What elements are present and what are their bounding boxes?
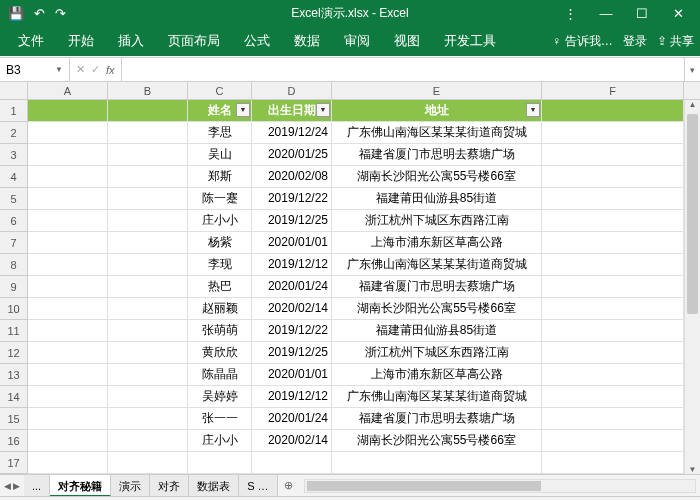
cell[interactable] — [28, 188, 108, 210]
row-header[interactable]: 9 — [0, 276, 27, 298]
share-button[interactable]: ⇪ 共享 — [657, 33, 694, 50]
col-header[interactable]: B — [108, 82, 188, 99]
col-header[interactable]: C — [188, 82, 252, 99]
vertical-scrollbar[interactable]: ▲ ▼ — [684, 100, 700, 474]
cell[interactable] — [542, 320, 684, 342]
cell-name[interactable]: 庄小小 — [188, 430, 252, 452]
cell-date[interactable]: 2019/12/22 — [252, 188, 332, 210]
cell-address[interactable]: 广东佛山南海区某某某街道商贸城 — [332, 254, 542, 276]
row-header[interactable]: 16 — [0, 430, 27, 452]
cell[interactable] — [252, 452, 332, 474]
row-header[interactable]: 13 — [0, 364, 27, 386]
cell[interactable] — [542, 232, 684, 254]
cell-date[interactable]: 2019/12/22 — [252, 320, 332, 342]
cell[interactable] — [108, 276, 188, 298]
cell-address[interactable]: 福建省厦门市思明去蔡塘广场 — [332, 408, 542, 430]
cell[interactable] — [108, 298, 188, 320]
cell[interactable] — [28, 364, 108, 386]
cell[interactable] — [108, 188, 188, 210]
cell[interactable] — [542, 100, 684, 122]
cell[interactable] — [542, 210, 684, 232]
select-all-corner[interactable] — [0, 82, 28, 100]
cell-date[interactable]: 2019/12/25 — [252, 342, 332, 364]
cell-address[interactable]: 福建莆田仙游县85街道 — [332, 188, 542, 210]
tab-review[interactable]: 审阅 — [332, 26, 382, 56]
col-header[interactable]: A — [28, 82, 108, 99]
cell[interactable] — [28, 232, 108, 254]
cell-date[interactable]: 2020/01/24 — [252, 408, 332, 430]
tab-home[interactable]: 开始 — [56, 26, 106, 56]
cell[interactable] — [542, 166, 684, 188]
filter-icon[interactable]: ▼ — [526, 103, 540, 117]
cell[interactable] — [28, 320, 108, 342]
col-header[interactable]: F — [542, 82, 684, 99]
cell-address[interactable]: 上海市浦东新区草高公路 — [332, 232, 542, 254]
cell-date[interactable]: 2020/01/01 — [252, 364, 332, 386]
cell[interactable] — [108, 144, 188, 166]
cell[interactable] — [28, 144, 108, 166]
cell[interactable] — [108, 408, 188, 430]
row-header[interactable]: 3 — [0, 144, 27, 166]
qat-undo-icon[interactable]: ↶ — [34, 6, 45, 21]
row-header[interactable]: 5 — [0, 188, 27, 210]
cell[interactable] — [108, 100, 188, 122]
cell-address[interactable]: 广东佛山南海区某某某街道商贸城 — [332, 122, 542, 144]
signin[interactable]: 登录 — [623, 33, 647, 50]
cell-address[interactable]: 湖南长沙阳光公寓55号楼66室 — [332, 166, 542, 188]
cell[interactable] — [542, 408, 684, 430]
cell[interactable] — [108, 386, 188, 408]
sheet-tab-active[interactable]: 对齐秘籍 — [50, 475, 111, 497]
cell[interactable] — [108, 342, 188, 364]
cell-name[interactable]: 吴山 — [188, 144, 252, 166]
row-header[interactable]: 6 — [0, 210, 27, 232]
cell-date[interactable]: 2020/01/01 — [252, 232, 332, 254]
row-header[interactable]: 2 — [0, 122, 27, 144]
cell[interactable] — [542, 276, 684, 298]
row-header[interactable]: 11 — [0, 320, 27, 342]
name-box[interactable]: B3 ▼ — [0, 58, 70, 81]
cell[interactable] — [28, 452, 108, 474]
cell-date[interactable]: 2020/02/14 — [252, 430, 332, 452]
cell-name[interactable]: 赵丽颖 — [188, 298, 252, 320]
cell[interactable] — [28, 122, 108, 144]
window-options-icon[interactable]: ⋮ — [552, 6, 588, 21]
cell[interactable] — [108, 452, 188, 474]
row-header[interactable]: 1 — [0, 100, 27, 122]
sheet-tab[interactable]: 演示 — [111, 475, 150, 497]
cell[interactable] — [28, 254, 108, 276]
cell[interactable] — [542, 122, 684, 144]
cell[interactable] — [542, 452, 684, 474]
sheet-nav-next-icon[interactable]: ▶ — [13, 481, 20, 491]
cell-date[interactable]: 2019/12/24 — [252, 122, 332, 144]
cell[interactable] — [542, 254, 684, 276]
formula-expand-icon[interactable]: ▾ — [684, 58, 700, 81]
cell[interactable] — [28, 430, 108, 452]
cell[interactable] — [542, 342, 684, 364]
cell-name[interactable]: 庄小小 — [188, 210, 252, 232]
cell[interactable] — [28, 386, 108, 408]
cell[interactable] — [28, 100, 108, 122]
tab-layout[interactable]: 页面布局 — [156, 26, 232, 56]
cell-address[interactable]: 湖南长沙阳光公寓55号楼66室 — [332, 430, 542, 452]
cell-date[interactable]: 2019/12/25 — [252, 210, 332, 232]
scroll-down-icon[interactable]: ▼ — [685, 465, 700, 474]
cell-name[interactable]: 热巴 — [188, 276, 252, 298]
row-header[interactable]: 12 — [0, 342, 27, 364]
cell[interactable] — [108, 320, 188, 342]
cell[interactable] — [332, 452, 542, 474]
cell[interactable] — [28, 166, 108, 188]
cell-name[interactable]: 杨紫 — [188, 232, 252, 254]
cell[interactable] — [542, 430, 684, 452]
scroll-up-icon[interactable]: ▲ — [685, 100, 700, 109]
cell[interactable] — [108, 232, 188, 254]
cell[interactable] — [542, 188, 684, 210]
cell-name[interactable]: 郑斯 — [188, 166, 252, 188]
cell[interactable] — [108, 254, 188, 276]
fx-icon[interactable]: fx — [106, 64, 115, 76]
cell-name[interactable]: 张萌萌 — [188, 320, 252, 342]
cell-name[interactable]: 陈晶晶 — [188, 364, 252, 386]
sheet-tab[interactable]: S … — [239, 475, 277, 497]
cell-date[interactable]: 2020/02/08 — [252, 166, 332, 188]
filter-icon[interactable]: ▼ — [316, 103, 330, 117]
row-header[interactable]: 7 — [0, 232, 27, 254]
